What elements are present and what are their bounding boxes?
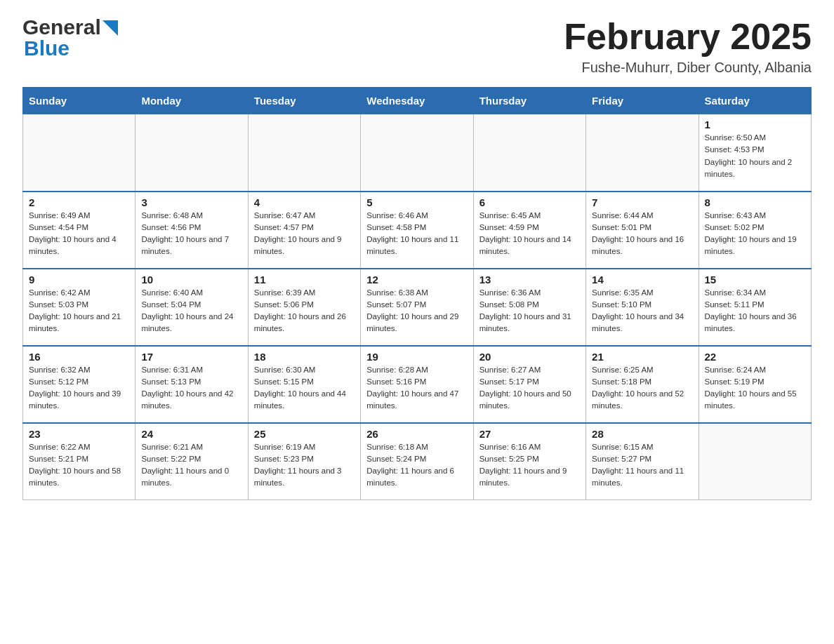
day-number: 9 [29, 274, 129, 286]
calendar-week-row: 1Sunrise: 6:50 AMSunset: 4:53 PMDaylight… [23, 114, 812, 192]
logo-arrow-icon [102, 20, 118, 36]
table-row [248, 114, 360, 192]
col-tuesday: Tuesday [248, 88, 360, 114]
day-number: 8 [705, 196, 805, 208]
table-row: 13Sunrise: 6:36 AMSunset: 5:08 PMDayligh… [473, 269, 585, 346]
day-info: Sunrise: 6:39 AMSunset: 5:06 PMDaylight:… [254, 287, 355, 335]
day-number: 17 [141, 351, 241, 363]
calendar-week-row: 16Sunrise: 6:32 AMSunset: 5:12 PMDayligh… [23, 346, 812, 423]
day-number: 22 [705, 351, 805, 363]
logo-blue: Blue [24, 38, 70, 59]
table-row: 11Sunrise: 6:39 AMSunset: 5:06 PMDayligh… [248, 269, 360, 346]
day-number: 26 [366, 428, 467, 440]
table-row: 18Sunrise: 6:30 AMSunset: 5:15 PMDayligh… [248, 346, 360, 423]
day-info: Sunrise: 6:40 AMSunset: 5:04 PMDaylight:… [141, 287, 241, 335]
day-number: 21 [592, 351, 692, 363]
day-number: 5 [366, 196, 467, 208]
day-number: 23 [29, 428, 129, 440]
day-number: 16 [29, 351, 129, 363]
table-row: 9Sunrise: 6:42 AMSunset: 5:03 PMDaylight… [23, 269, 135, 346]
table-row: 21Sunrise: 6:25 AMSunset: 5:18 PMDayligh… [586, 346, 699, 423]
day-info: Sunrise: 6:45 AMSunset: 4:59 PMDaylight:… [479, 210, 580, 258]
day-number: 1 [705, 119, 805, 130]
col-wednesday: Wednesday [361, 88, 473, 114]
table-row: 12Sunrise: 6:38 AMSunset: 5:07 PMDayligh… [361, 269, 473, 346]
table-row: 10Sunrise: 6:40 AMSunset: 5:04 PMDayligh… [135, 269, 248, 346]
calendar-week-row: 23Sunrise: 6:22 AMSunset: 5:21 PMDayligh… [23, 423, 812, 500]
day-info: Sunrise: 6:49 AMSunset: 4:54 PMDaylight:… [29, 210, 129, 258]
day-info: Sunrise: 6:50 AMSunset: 4:53 PMDaylight:… [705, 132, 805, 180]
day-info: Sunrise: 6:15 AMSunset: 5:27 PMDaylight:… [592, 441, 692, 490]
table-row: 28Sunrise: 6:15 AMSunset: 5:27 PMDayligh… [586, 423, 699, 500]
day-info: Sunrise: 6:31 AMSunset: 5:13 PMDaylight:… [141, 364, 241, 412]
table-row: 19Sunrise: 6:28 AMSunset: 5:16 PMDayligh… [361, 346, 473, 423]
table-row: 5Sunrise: 6:46 AMSunset: 4:58 PMDaylight… [361, 192, 473, 269]
table-row: 23Sunrise: 6:22 AMSunset: 5:21 PMDayligh… [23, 423, 135, 500]
table-row: 3Sunrise: 6:48 AMSunset: 4:56 PMDaylight… [135, 192, 248, 269]
day-info: Sunrise: 6:27 AMSunset: 5:17 PMDaylight:… [479, 364, 580, 412]
table-row: 26Sunrise: 6:18 AMSunset: 5:24 PMDayligh… [361, 423, 473, 500]
table-row [361, 114, 473, 192]
day-info: Sunrise: 6:44 AMSunset: 5:01 PMDaylight:… [592, 210, 692, 258]
table-row: 7Sunrise: 6:44 AMSunset: 5:01 PMDaylight… [586, 192, 699, 269]
day-info: Sunrise: 6:30 AMSunset: 5:15 PMDaylight:… [254, 364, 355, 412]
day-info: Sunrise: 6:47 AMSunset: 4:57 PMDaylight:… [254, 210, 355, 258]
day-info: Sunrise: 6:34 AMSunset: 5:11 PMDaylight:… [705, 287, 805, 335]
calendar-week-row: 2Sunrise: 6:49 AMSunset: 4:54 PMDaylight… [23, 192, 812, 269]
table-row: 22Sunrise: 6:24 AMSunset: 5:19 PMDayligh… [699, 346, 811, 423]
table-row: 4Sunrise: 6:47 AMSunset: 4:57 PMDaylight… [248, 192, 360, 269]
day-info: Sunrise: 6:25 AMSunset: 5:18 PMDaylight:… [592, 364, 692, 412]
day-info: Sunrise: 6:38 AMSunset: 5:07 PMDaylight:… [366, 287, 467, 335]
table-row: 25Sunrise: 6:19 AMSunset: 5:23 PMDayligh… [248, 423, 360, 500]
day-number: 24 [141, 428, 241, 440]
day-number: 20 [479, 351, 580, 363]
table-row: 17Sunrise: 6:31 AMSunset: 5:13 PMDayligh… [135, 346, 248, 423]
col-friday: Friday [586, 88, 699, 114]
col-saturday: Saturday [699, 88, 811, 114]
day-info: Sunrise: 6:42 AMSunset: 5:03 PMDaylight:… [29, 287, 129, 335]
day-number: 11 [254, 274, 355, 286]
col-thursday: Thursday [473, 88, 585, 114]
calendar-header-row: Sunday Monday Tuesday Wednesday Thursday… [23, 88, 812, 114]
day-number: 12 [366, 274, 467, 286]
day-info: Sunrise: 6:48 AMSunset: 4:56 PMDaylight:… [141, 210, 241, 258]
day-number: 6 [479, 196, 580, 208]
table-row: 14Sunrise: 6:35 AMSunset: 5:10 PMDayligh… [586, 269, 699, 346]
day-number: 7 [592, 196, 692, 208]
day-info: Sunrise: 6:32 AMSunset: 5:12 PMDaylight:… [29, 364, 129, 412]
table-row: 24Sunrise: 6:21 AMSunset: 5:22 PMDayligh… [135, 423, 248, 500]
day-number: 27 [479, 428, 580, 440]
table-row: 2Sunrise: 6:49 AMSunset: 4:54 PMDaylight… [23, 192, 135, 269]
day-number: 3 [141, 196, 241, 208]
table-row: 16Sunrise: 6:32 AMSunset: 5:12 PMDayligh… [23, 346, 135, 423]
day-info: Sunrise: 6:36 AMSunset: 5:08 PMDaylight:… [479, 287, 580, 335]
table-row [23, 114, 135, 192]
day-info: Sunrise: 6:43 AMSunset: 5:02 PMDaylight:… [705, 210, 805, 258]
table-row [473, 114, 585, 192]
day-info: Sunrise: 6:18 AMSunset: 5:24 PMDaylight:… [366, 441, 467, 490]
col-sunday: Sunday [23, 88, 135, 114]
col-monday: Monday [135, 88, 248, 114]
day-number: 15 [705, 274, 805, 286]
day-number: 19 [366, 351, 467, 363]
table-row: 15Sunrise: 6:34 AMSunset: 5:11 PMDayligh… [699, 269, 811, 346]
table-row: 27Sunrise: 6:16 AMSunset: 5:25 PMDayligh… [473, 423, 585, 500]
page-header: General Blue February 2025 Fushe-Muhurr,… [22, 17, 812, 76]
day-number: 28 [592, 428, 692, 440]
title-block: February 2025 Fushe-Muhurr, Diber County… [564, 17, 812, 76]
day-number: 18 [254, 351, 355, 363]
day-number: 13 [479, 274, 580, 286]
day-number: 4 [254, 196, 355, 208]
day-info: Sunrise: 6:21 AMSunset: 5:22 PMDaylight:… [141, 441, 241, 490]
table-row: 20Sunrise: 6:27 AMSunset: 5:17 PMDayligh… [473, 346, 585, 423]
day-info: Sunrise: 6:24 AMSunset: 5:19 PMDaylight:… [705, 364, 805, 412]
logo: General Blue [22, 17, 118, 59]
logo-general: General [22, 17, 101, 38]
main-title: February 2025 [564, 17, 812, 57]
table-row: 6Sunrise: 6:45 AMSunset: 4:59 PMDaylight… [473, 192, 585, 269]
subtitle: Fushe-Muhurr, Diber County, Albania [564, 60, 812, 76]
day-number: 14 [592, 274, 692, 286]
day-number: 25 [254, 428, 355, 440]
table-row: 1Sunrise: 6:50 AMSunset: 4:53 PMDaylight… [699, 114, 811, 192]
day-info: Sunrise: 6:35 AMSunset: 5:10 PMDaylight:… [592, 287, 692, 335]
